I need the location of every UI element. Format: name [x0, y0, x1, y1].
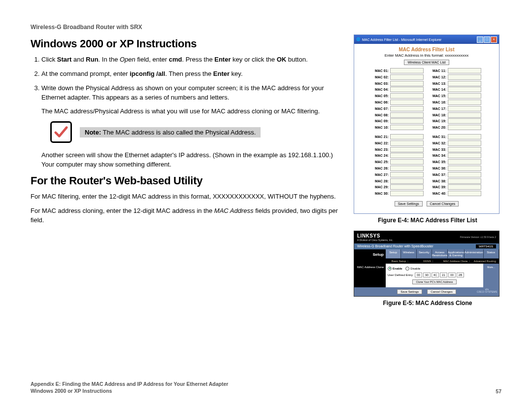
mac-input[interactable]	[448, 178, 481, 184]
mac-octet-input[interactable]: 4C	[432, 273, 439, 277]
table-row: MAC 23:	[372, 147, 424, 152]
minimize-icon[interactable]: _	[477, 36, 483, 43]
mac-input[interactable]	[448, 147, 481, 152]
table-row: MAC 14:	[430, 87, 481, 92]
table-row: MAC 40:	[430, 191, 481, 196]
mac-label: MAC 39:	[430, 185, 448, 189]
mac-octet-input[interactable]: 00	[415, 273, 422, 277]
mac-input[interactable]	[448, 106, 481, 111]
mac-input[interactable]	[448, 159, 481, 165]
mac-octet-input[interactable]: 90	[423, 273, 431, 277]
mac-input[interactable]	[448, 134, 481, 139]
router-tab[interactable]: Applications & Gaming	[448, 249, 464, 258]
mac-input[interactable]	[448, 112, 481, 118]
disable-radio[interactable]	[405, 267, 409, 271]
router-help-col[interactable]: More...	[483, 264, 499, 287]
router-tab[interactable]: Security	[417, 249, 432, 258]
mac-input[interactable]	[448, 140, 481, 146]
router-tab[interactable]: Setup	[386, 249, 401, 258]
mac-input[interactable]	[390, 68, 424, 73]
mac-input[interactable]	[390, 147, 424, 152]
mac-input[interactable]	[390, 100, 424, 105]
right-column: 🌐 MAC Address Filter List - Microsoft In…	[354, 34, 501, 307]
mac-input[interactable]	[390, 153, 424, 158]
mac-input[interactable]	[448, 74, 481, 80]
cisco-logo: ııllııCISCO SYSTEMS	[477, 288, 497, 293]
mac-input[interactable]	[390, 81, 424, 86]
router-subtab[interactable]: DDNS	[414, 260, 443, 263]
mac-octet-input[interactable]: 00	[448, 273, 456, 277]
table-row: MAC 03:	[372, 81, 424, 86]
table-row: MAC 28:	[372, 178, 424, 184]
mac-input[interactable]	[448, 153, 481, 158]
table-row: MAC 21:	[372, 134, 424, 139]
table-row: MAC 35:	[430, 159, 481, 165]
mac-input[interactable]	[448, 166, 481, 171]
table-row: MAC 08:	[372, 112, 424, 118]
doc-header: Wireless-G Broadband Router with SRX	[31, 24, 501, 31]
clone-mac-button[interactable]: Clone Your PC's MAC Address	[412, 279, 456, 284]
mac-input[interactable]	[448, 191, 481, 196]
mac-input[interactable]	[390, 178, 424, 184]
mac-input[interactable]	[390, 106, 424, 111]
mac-label: MAC 23:	[372, 148, 390, 151]
mac-input[interactable]	[448, 81, 481, 86]
router-subtab[interactable]: MAC Address Clone	[442, 260, 471, 263]
mac-input[interactable]	[390, 93, 424, 99]
router-cancel-button[interactable]: Cancel Changes	[427, 289, 456, 294]
mac-input[interactable]	[448, 87, 481, 92]
mac-input[interactable]	[448, 93, 481, 99]
mac-input[interactable]	[390, 125, 424, 130]
router-subtab[interactable]: Advanced Routing	[471, 260, 499, 263]
mac-label: MAC 40:	[430, 192, 448, 195]
mac-input[interactable]	[390, 191, 424, 196]
mac-label: MAC 19:	[430, 119, 448, 123]
mac-input[interactable]	[448, 118, 481, 124]
mac-input[interactable]	[448, 100, 481, 105]
cancel-changes-button[interactable]: Cancel Changes	[427, 201, 459, 206]
figure-e5-window: LINKSYS A Division of Cisco Systems, Inc…	[354, 231, 499, 297]
table-row: MAC 07:	[372, 106, 424, 111]
note-row: Note: The MAC address is also called the…	[50, 121, 344, 143]
maximize-icon[interactable]: □	[484, 36, 490, 43]
table-row: MAC 37:	[430, 172, 481, 177]
mac-octet-input[interactable]: 2B	[457, 273, 464, 277]
enable-radio[interactable]	[388, 267, 392, 271]
mac-input[interactable]	[390, 118, 424, 124]
figure-e4-heading: MAC Address Filter List	[358, 47, 495, 52]
mac-input[interactable]	[390, 87, 424, 92]
router-tab[interactable]: Status	[484, 249, 499, 258]
mac-input[interactable]	[390, 159, 424, 165]
table-row: MAC 34:	[430, 153, 481, 158]
mac-label: MAC 01:	[372, 69, 390, 72]
router-tab[interactable]: Wireless	[401, 249, 416, 258]
mac-input[interactable]	[448, 68, 481, 73]
mac-input[interactable]	[390, 166, 424, 171]
router-subtab[interactable]: Basic Setup	[386, 260, 414, 263]
router-save-button[interactable]: Save Settings	[397, 289, 422, 294]
router-tab[interactable]: Administration	[465, 249, 484, 258]
mac-label: MAC 20:	[430, 126, 448, 129]
mac-input[interactable]	[448, 172, 481, 177]
mac-label: MAC 26:	[372, 167, 390, 170]
save-settings-button[interactable]: Save Settings	[395, 201, 423, 206]
mac-input[interactable]	[390, 134, 424, 139]
table-row: MAC 06:	[372, 100, 424, 105]
mac-input[interactable]	[390, 140, 424, 146]
figure-e4-window-title: MAC Address Filter List - Microsoft Inte…	[362, 38, 441, 41]
mac-input[interactable]	[390, 74, 424, 80]
mac-input[interactable]	[390, 172, 424, 177]
table-row: MAC 22:	[372, 140, 424, 146]
linksys-logo: LINKSYS	[357, 233, 393, 239]
close-icon[interactable]: ×	[491, 36, 497, 43]
router-tab[interactable]: Access Restrictions	[432, 249, 448, 258]
mac-input[interactable]	[390, 184, 424, 190]
wireless-client-list-button[interactable]: Wireless Client MAC List	[404, 60, 449, 65]
mac-input[interactable]	[448, 184, 481, 190]
mac-input[interactable]	[448, 125, 481, 130]
router-content-label: MAC Address Clone	[354, 264, 386, 287]
mac-grid-1: MAC 01:MAC 02:MAC 03:MAC 04:MAC 05:MAC 0…	[358, 68, 495, 131]
mac-input[interactable]	[390, 112, 424, 118]
mac-octet-input[interactable]: 21	[440, 273, 447, 277]
figure-e5-caption: Figure E-5: MAC Address Clone	[354, 300, 501, 307]
